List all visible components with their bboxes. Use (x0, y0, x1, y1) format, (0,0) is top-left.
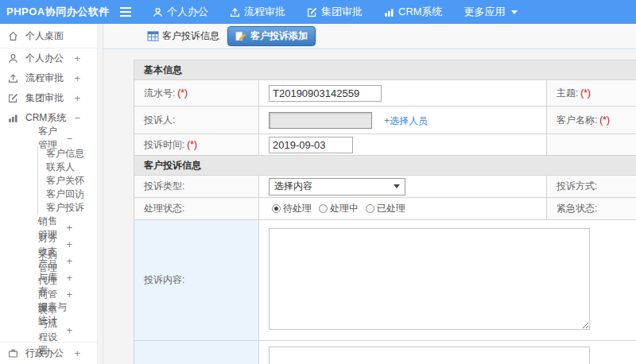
content-area: 基本信息 流水号:(*) 主题:(*) (103, 49, 636, 364)
radio-unselected-icon[interactable] (319, 204, 328, 213)
sidebar-item-label: 行政办公 (25, 347, 64, 360)
customer-management-subtree: 客户信息 联系人 客户关怀 客户回访 客户投诉 (37, 147, 103, 215)
complaint-content-field-cell (259, 220, 636, 341)
radio-option-processed[interactable]: 已处理 (366, 202, 405, 215)
serial-number-input[interactable] (269, 85, 382, 102)
nav-item-more-apps[interactable]: 更多应用 (464, 5, 518, 19)
sidebar-item-customer-info[interactable]: 客户信息 (38, 147, 103, 161)
expand-icon[interactable]: + (66, 238, 72, 250)
expand-icon[interactable]: + (66, 255, 72, 267)
user-icon (8, 53, 19, 64)
app-window: PHPOA协同办公软件 个人办公 流程审批 集团审批 (0, 0, 636, 364)
tab-complaint-add[interactable]: 客户投诉添加 (227, 26, 316, 46)
nav-item-label: 更多应用 (464, 5, 506, 19)
sidebar-item-label: 客户信息 (46, 147, 84, 161)
radio-label: 待处理 (283, 202, 312, 215)
field-label: 投诉时间: (144, 139, 184, 150)
field-label: 投诉人: (144, 114, 175, 126)
radio-label: 已处理 (377, 202, 405, 215)
field-label: 投诉内容: (144, 274, 184, 285)
expand-icon[interactable]: + (74, 347, 80, 359)
sidebar-item-group-approval[interactable]: 集团审批 + (0, 88, 103, 108)
complaint-type-select[interactable]: 选择内容 (269, 178, 405, 196)
sidebar-item-label: 联系人 (46, 161, 75, 174)
nav-item-label: 流程审批 (244, 5, 285, 19)
briefcase-icon (8, 348, 19, 358)
sidebar-item-customer-complaint[interactable]: 客户投诉 (38, 201, 103, 215)
sidebar-item-label: 个人办公 (25, 52, 64, 65)
sidebar-item-contacts[interactable]: 联系人 (38, 161, 103, 174)
radio-option-processing[interactable]: 处理中 (319, 202, 359, 215)
required-mark: (*) (599, 114, 610, 126)
bar-chart-icon (384, 7, 394, 17)
expand-icon[interactable]: + (74, 52, 80, 64)
nav-item-personal-office[interactable]: 个人办公 (153, 5, 208, 19)
nav-item-crm-system[interactable]: CRM系统 (384, 5, 443, 19)
complainant-field-cell: +选择人员 (259, 106, 547, 134)
urgency-status-label-cell: 紧急状态: (547, 198, 636, 220)
nav-item-label: CRM系统 (398, 5, 443, 19)
bar-chart-icon (8, 113, 19, 123)
complainant-input[interactable] (269, 112, 372, 129)
tab-complaint-info[interactable]: 客户投诉信息 (147, 29, 219, 43)
next-field-cell (259, 341, 636, 364)
collapse-icon[interactable]: − (66, 133, 72, 145)
complaint-content-textarea[interactable] (269, 228, 590, 330)
caret-down-icon (511, 10, 518, 14)
subject-label-cell: 主题:(*) (547, 80, 636, 106)
next-field-label-cell (134, 341, 259, 364)
sidebar-item-customer-care[interactable]: 客户关怀 (38, 174, 103, 188)
expand-icon[interactable]: + (66, 272, 72, 284)
field-label: 处理状态: (144, 203, 184, 214)
expand-icon[interactable]: + (74, 72, 80, 84)
sidebar-item-label: CRM系统 (25, 111, 66, 125)
sidebar-item-customer-visit[interactable]: 客户回访 (38, 188, 103, 201)
radio-option-pending[interactable]: 待处理 (272, 202, 312, 215)
hamburger-menu-icon[interactable] (119, 6, 134, 17)
expand-icon[interactable]: + (66, 222, 72, 234)
upload-icon (230, 7, 240, 17)
field-label: 投诉类型: (144, 180, 184, 192)
expand-icon[interactable]: + (74, 92, 80, 104)
expand-icon[interactable]: + (66, 288, 72, 300)
sidebar-item-label: 流程审批 (25, 72, 64, 85)
field-label: 紧急状态: (556, 203, 597, 214)
tab-bar: 客户投诉信息 客户投诉添加 (103, 24, 636, 49)
complaint-type-label-cell: 投诉类型: (134, 176, 259, 198)
sidebar-item-customer-management[interactable]: 客户管理 − (0, 130, 103, 147)
app-logo: PHPOA协同办公软件 (0, 5, 119, 19)
section-header-basic-info: 基本信息 (134, 60, 636, 80)
sidebar: 个人桌面 个人办公 + 流程审批 + 集团审批 (0, 24, 103, 364)
handle-status-radio-group: 待处理 处理中 已处理 (269, 202, 546, 215)
sidebar-item-workflow-approval[interactable]: 流程审批 + (0, 68, 103, 88)
edit-icon (8, 93, 19, 103)
nav-item-workflow-approval[interactable]: 流程审批 (230, 5, 285, 19)
sidebar-item-form-workflow-settings[interactable]: 表单与流程设置 + (0, 322, 103, 339)
nav-item-group-approval[interactable]: 集团审批 (307, 5, 363, 19)
complaint-content-label-cell: 投诉内容: (134, 220, 259, 341)
complaint-method-label-cell: 投诉方式: (547, 176, 636, 198)
collapse-icon[interactable]: − (74, 112, 80, 124)
nav-menu: 个人办公 流程审批 集团审批 CRM系统 更多应用 (153, 5, 518, 19)
complaint-time-input[interactable] (269, 137, 353, 153)
field-label: 客户名称: (556, 114, 597, 126)
radio-selected-icon[interactable] (272, 204, 281, 213)
handle-status-label-cell: 处理状态: (134, 198, 259, 220)
sidebar-item-personal-desktop[interactable]: 个人桌面 (0, 24, 103, 48)
select-person-link[interactable]: +选择人员 (384, 115, 428, 126)
tab-label: 客户投诉添加 (250, 29, 308, 43)
radio-unselected-icon[interactable] (366, 204, 374, 213)
complaint-time-label-cell: 投诉时间:(*) (134, 134, 259, 156)
section-header-complaint-info: 客户投诉信息 (134, 156, 636, 176)
field-label: 投诉方式: (556, 180, 597, 192)
sidebar-item-label: 客户投诉 (46, 201, 84, 215)
expand-icon[interactable]: + (66, 324, 72, 336)
sidebar-item-personal-office[interactable]: 个人办公 + (0, 48, 103, 68)
secondary-textarea[interactable] (269, 347, 590, 364)
home-icon (8, 31, 19, 41)
user-icon (153, 7, 163, 17)
sidebar-item-label: 集团审批 (25, 91, 64, 105)
nav-item-label: 个人办公 (167, 5, 208, 19)
complaint-time-field-cell (259, 134, 547, 156)
field-label: 流水号: (144, 87, 175, 99)
